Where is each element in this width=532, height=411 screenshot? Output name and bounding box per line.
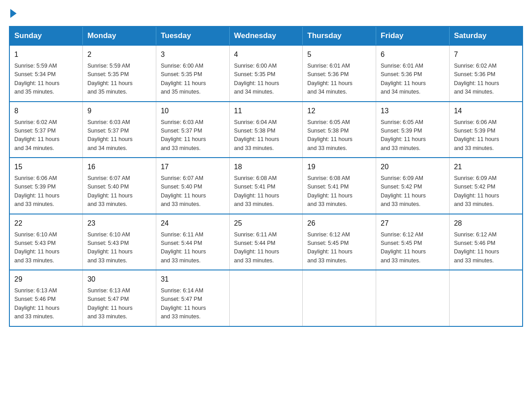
calendar-cell: 8Sunrise: 6:02 AMSunset: 5:37 PMDaylight… [9, 102, 83, 158]
calendar-cell: 21Sunrise: 6:09 AMSunset: 5:42 PMDayligh… [449, 158, 523, 214]
calendar-cell: 31Sunrise: 6:14 AMSunset: 5:47 PMDayligh… [156, 270, 229, 326]
calendar-cell: 15Sunrise: 6:06 AMSunset: 5:39 PMDayligh… [9, 158, 83, 214]
calendar-cell: 16Sunrise: 6:07 AMSunset: 5:40 PMDayligh… [83, 158, 156, 214]
day-number: 19 [307, 162, 371, 172]
day-info: Sunrise: 6:02 AMSunset: 5:36 PMDaylight:… [454, 62, 518, 97]
day-number: 27 [381, 218, 445, 229]
day-info: Sunrise: 6:11 AMSunset: 5:44 PMDaylight:… [234, 231, 298, 265]
day-header-saturday: Saturday [449, 26, 523, 45]
day-header-monday: Monday [83, 26, 156, 45]
calendar-cell: 20Sunrise: 6:09 AMSunset: 5:42 PMDayligh… [376, 158, 450, 214]
day-number: 21 [454, 162, 518, 172]
day-number: 26 [307, 218, 371, 229]
day-info: Sunrise: 6:06 AMSunset: 5:39 PMDaylight:… [454, 118, 518, 153]
day-number: 28 [454, 218, 518, 229]
day-header-wednesday: Wednesday [229, 26, 303, 45]
calendar-cell: 18Sunrise: 6:08 AMSunset: 5:41 PMDayligh… [229, 158, 303, 214]
day-number: 13 [381, 106, 445, 116]
day-info: Sunrise: 6:07 AMSunset: 5:40 PMDaylight:… [87, 174, 151, 209]
day-info: Sunrise: 6:05 AMSunset: 5:38 PMDaylight:… [307, 118, 371, 153]
calendar-cell [303, 270, 376, 326]
day-number: 23 [87, 218, 151, 229]
day-info: Sunrise: 6:00 AMSunset: 5:35 PMDaylight:… [234, 62, 298, 97]
day-header-thursday: Thursday [303, 26, 376, 45]
day-info: Sunrise: 6:06 AMSunset: 5:39 PMDaylight:… [14, 174, 78, 209]
day-number: 16 [87, 162, 151, 172]
calendar-cell: 27Sunrise: 6:12 AMSunset: 5:45 PMDayligh… [376, 214, 450, 270]
day-number: 31 [161, 274, 225, 285]
day-info: Sunrise: 6:01 AMSunset: 5:36 PMDaylight:… [307, 62, 371, 97]
day-number: 6 [381, 49, 445, 60]
calendar-cell: 19Sunrise: 6:08 AMSunset: 5:41 PMDayligh… [303, 158, 376, 214]
day-info: Sunrise: 6:08 AMSunset: 5:41 PMDaylight:… [234, 174, 298, 209]
page-header [9, 9, 523, 18]
day-number: 25 [234, 218, 298, 229]
calendar-week-row: 1Sunrise: 5:59 AMSunset: 5:34 PMDaylight… [9, 45, 523, 102]
calendar-cell: 13Sunrise: 6:05 AMSunset: 5:39 PMDayligh… [376, 102, 450, 158]
day-number: 5 [307, 49, 371, 60]
calendar-cell [229, 270, 303, 326]
day-number: 3 [161, 49, 225, 60]
day-info: Sunrise: 6:13 AMSunset: 5:46 PMDaylight:… [14, 287, 78, 321]
calendar-cell: 30Sunrise: 6:13 AMSunset: 5:47 PMDayligh… [83, 270, 156, 326]
day-info: Sunrise: 5:59 AMSunset: 5:34 PMDaylight:… [14, 62, 78, 97]
day-info: Sunrise: 6:01 AMSunset: 5:36 PMDaylight:… [381, 62, 445, 97]
day-info: Sunrise: 6:03 AMSunset: 5:37 PMDaylight:… [87, 118, 151, 153]
calendar-cell: 3Sunrise: 6:00 AMSunset: 5:35 PMDaylight… [156, 45, 229, 102]
day-info: Sunrise: 6:09 AMSunset: 5:42 PMDaylight:… [381, 174, 445, 209]
day-info: Sunrise: 6:04 AMSunset: 5:38 PMDaylight:… [234, 118, 298, 153]
day-info: Sunrise: 6:14 AMSunset: 5:47 PMDaylight:… [161, 287, 225, 321]
day-number: 7 [454, 49, 518, 60]
calendar-cell: 25Sunrise: 6:11 AMSunset: 5:44 PMDayligh… [229, 214, 303, 270]
day-number: 15 [14, 162, 78, 172]
day-number: 4 [234, 49, 298, 60]
day-info: Sunrise: 6:00 AMSunset: 5:35 PMDaylight:… [161, 62, 225, 97]
day-header-sunday: Sunday [9, 26, 83, 45]
day-info: Sunrise: 6:03 AMSunset: 5:37 PMDaylight:… [161, 118, 225, 153]
calendar-cell: 14Sunrise: 6:06 AMSunset: 5:39 PMDayligh… [449, 102, 523, 158]
calendar-cell: 11Sunrise: 6:04 AMSunset: 5:38 PMDayligh… [229, 102, 303, 158]
day-info: Sunrise: 6:02 AMSunset: 5:37 PMDaylight:… [14, 118, 78, 153]
day-header-friday: Friday [376, 26, 450, 45]
day-number: 29 [14, 274, 78, 285]
day-info: Sunrise: 6:08 AMSunset: 5:41 PMDaylight:… [307, 174, 371, 209]
calendar-header-row: SundayMondayTuesdayWednesdayThursdayFrid… [9, 26, 523, 45]
day-info: Sunrise: 6:12 AMSunset: 5:45 PMDaylight:… [307, 231, 371, 265]
day-number: 10 [161, 106, 225, 116]
calendar-week-row: 8Sunrise: 6:02 AMSunset: 5:37 PMDaylight… [9, 102, 523, 158]
calendar-cell: 23Sunrise: 6:10 AMSunset: 5:43 PMDayligh… [83, 214, 156, 270]
calendar-cell: 6Sunrise: 6:01 AMSunset: 5:36 PMDaylight… [376, 45, 450, 102]
calendar-cell: 17Sunrise: 6:07 AMSunset: 5:40 PMDayligh… [156, 158, 229, 214]
day-number: 1 [14, 49, 78, 60]
day-number: 24 [161, 218, 225, 229]
day-number: 18 [234, 162, 298, 172]
calendar-cell: 9Sunrise: 6:03 AMSunset: 5:37 PMDaylight… [83, 102, 156, 158]
calendar-week-row: 22Sunrise: 6:10 AMSunset: 5:43 PMDayligh… [9, 214, 523, 270]
calendar-cell: 10Sunrise: 6:03 AMSunset: 5:37 PMDayligh… [156, 102, 229, 158]
calendar-cell: 1Sunrise: 5:59 AMSunset: 5:34 PMDaylight… [9, 45, 83, 102]
day-number: 14 [454, 106, 518, 116]
day-info: Sunrise: 6:10 AMSunset: 5:43 PMDaylight:… [14, 231, 78, 265]
calendar-cell: 12Sunrise: 6:05 AMSunset: 5:38 PMDayligh… [303, 102, 376, 158]
day-info: Sunrise: 6:05 AMSunset: 5:39 PMDaylight:… [381, 118, 445, 153]
logo-triangle-icon [10, 9, 17, 18]
calendar-cell: 26Sunrise: 6:12 AMSunset: 5:45 PMDayligh… [303, 214, 376, 270]
calendar-cell: 5Sunrise: 6:01 AMSunset: 5:36 PMDaylight… [303, 45, 376, 102]
day-number: 22 [14, 218, 78, 229]
calendar-cell: 22Sunrise: 6:10 AMSunset: 5:43 PMDayligh… [9, 214, 83, 270]
calendar-cell: 28Sunrise: 6:12 AMSunset: 5:46 PMDayligh… [449, 214, 523, 270]
day-number: 11 [234, 106, 298, 116]
day-number: 9 [87, 106, 151, 116]
day-info: Sunrise: 6:07 AMSunset: 5:40 PMDaylight:… [161, 174, 225, 209]
day-info: Sunrise: 6:09 AMSunset: 5:42 PMDaylight:… [454, 174, 518, 209]
day-number: 12 [307, 106, 371, 116]
calendar-cell: 24Sunrise: 6:11 AMSunset: 5:44 PMDayligh… [156, 214, 229, 270]
day-info: Sunrise: 6:12 AMSunset: 5:45 PMDaylight:… [381, 231, 445, 265]
day-info: Sunrise: 6:12 AMSunset: 5:46 PMDaylight:… [454, 231, 518, 265]
day-number: 8 [14, 106, 78, 116]
day-number: 20 [381, 162, 445, 172]
day-number: 30 [87, 274, 151, 285]
calendar-cell: 2Sunrise: 5:59 AMSunset: 5:35 PMDaylight… [83, 45, 156, 102]
calendar-cell: 7Sunrise: 6:02 AMSunset: 5:36 PMDaylight… [449, 45, 523, 102]
calendar-table: SundayMondayTuesdayWednesdayThursdayFrid… [9, 26, 523, 327]
